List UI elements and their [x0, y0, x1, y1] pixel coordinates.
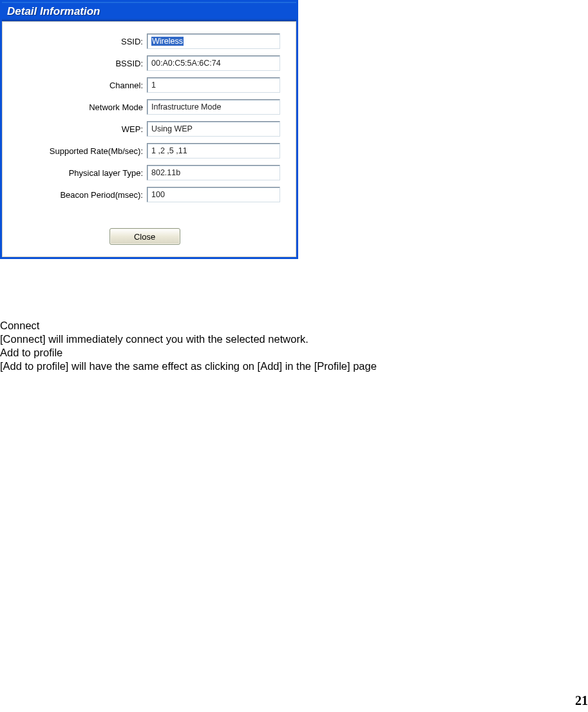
connect-heading: Connect [0, 319, 377, 332]
wep-field[interactable]: Using WEP [147, 121, 280, 137]
row-bssid: BSSID: 00:A0:C5:5A:6C:74 [9, 55, 280, 71]
wep-label: WEP: [9, 124, 143, 134]
row-channel: Channel: 1 [9, 77, 280, 93]
bssid-value: 00:A0:C5:5A:6C:74 [151, 59, 221, 68]
row-beacon-period: Beacon Period(msec): 100 [9, 187, 280, 202]
channel-label: Channel: [9, 81, 143, 90]
ssid-label: SSID: [9, 37, 143, 46]
row-wep: WEP: Using WEP [9, 121, 280, 137]
network-mode-field[interactable]: Infrastructure Mode [147, 99, 280, 115]
ssid-value: Wireless [151, 37, 184, 46]
bssid-label: BSSID: [9, 59, 143, 68]
row-supported-rate: Supported Rate(Mb/sec): 1 ,2 ,5 ,11 [9, 143, 280, 159]
channel-field[interactable]: 1 [147, 77, 280, 93]
button-row: Close [9, 228, 280, 245]
channel-value: 1 [151, 81, 156, 90]
dialog-title: Detail Information [7, 5, 100, 18]
beacon-period-value: 100 [151, 190, 165, 199]
detail-information-dialog: Detail Information SSID: Wireless BSSID:… [0, 0, 298, 259]
bssid-field[interactable]: 00:A0:C5:5A:6C:74 [147, 55, 280, 71]
beacon-period-field[interactable]: 100 [147, 187, 280, 202]
supported-rate-value: 1 ,2 ,5 ,11 [151, 146, 187, 155]
row-ssid: SSID: Wireless [9, 34, 280, 49]
dialog-body: SSID: Wireless BSSID: 00:A0:C5:5A:6C:74 … [2, 21, 296, 257]
page-number: 21 [575, 693, 588, 708]
network-mode-value: Infrastructure Mode [151, 102, 221, 111]
dialog-titlebar[interactable]: Detail Information [2, 2, 296, 21]
add-to-profile-body: [Add to profile] will have the same effe… [0, 360, 377, 373]
add-to-profile-heading: Add to profile [0, 346, 377, 360]
connect-body: [Connect] will immediately connect you w… [0, 332, 377, 346]
row-physical-layer: Physical layer Type: 802.11b [9, 165, 280, 180]
document-text: Connect [Connect] will immediately conne… [0, 319, 377, 373]
network-mode-label: Network Mode [9, 102, 143, 112]
physical-layer-value: 802.11b [151, 168, 180, 177]
ssid-field[interactable]: Wireless [147, 34, 280, 49]
physical-layer-label: Physical layer Type: [9, 168, 143, 178]
wep-value: Using WEP [151, 124, 193, 133]
row-network-mode: Network Mode Infrastructure Mode [9, 99, 280, 115]
supported-rate-label: Supported Rate(Mb/sec): [9, 146, 143, 156]
physical-layer-field[interactable]: 802.11b [147, 165, 280, 180]
supported-rate-field[interactable]: 1 ,2 ,5 ,11 [147, 143, 280, 159]
close-button[interactable]: Close [109, 228, 180, 245]
beacon-period-label: Beacon Period(msec): [9, 190, 143, 200]
